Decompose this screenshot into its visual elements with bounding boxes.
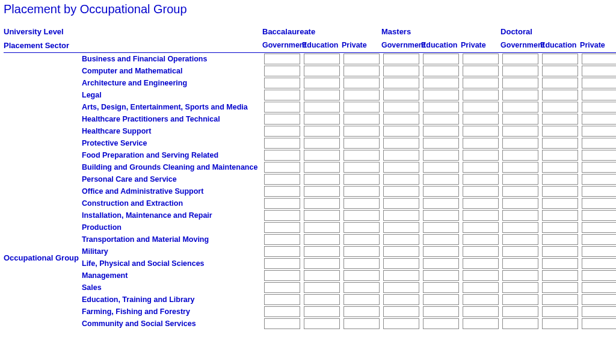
placement-input[interactable] [423,282,459,293]
placement-input[interactable] [502,174,538,185]
placement-input[interactable] [264,66,300,76]
placement-input[interactable] [502,90,538,100]
placement-input[interactable] [383,54,419,64]
placement-input[interactable] [502,162,538,173]
placement-input[interactable] [542,150,578,161]
placement-input[interactable] [423,270,459,281]
placement-input[interactable] [423,138,459,149]
placement-input[interactable] [582,66,616,76]
placement-input[interactable] [304,294,340,305]
placement-input[interactable] [423,66,459,76]
placement-input[interactable] [383,186,419,197]
placement-input[interactable] [502,150,538,161]
placement-input[interactable] [463,210,499,221]
placement-input[interactable] [383,174,419,185]
placement-input[interactable] [383,234,419,245]
placement-input[interactable] [542,210,578,221]
placement-input[interactable] [582,282,616,293]
placement-input[interactable] [264,54,300,64]
placement-input[interactable] [264,270,300,281]
placement-input[interactable] [423,210,459,221]
placement-input[interactable] [463,270,499,281]
placement-input[interactable] [383,294,419,305]
placement-input[interactable] [423,102,459,113]
placement-input[interactable] [304,162,340,173]
placement-input[interactable] [264,294,300,305]
placement-input[interactable] [343,186,380,197]
placement-input[interactable] [502,54,538,64]
placement-input[interactable] [343,270,380,281]
placement-input[interactable] [264,234,300,245]
placement-input[interactable] [343,162,380,173]
placement-input[interactable] [423,186,459,197]
placement-input[interactable] [582,270,616,281]
placement-input[interactable] [542,270,578,281]
placement-input[interactable] [463,258,499,269]
placement-input[interactable] [264,186,300,197]
placement-input[interactable] [542,234,578,245]
placement-input[interactable] [423,114,459,125]
placement-input[interactable] [264,150,300,161]
placement-input[interactable] [304,174,340,185]
placement-input[interactable] [463,78,499,88]
placement-input[interactable] [304,114,340,125]
placement-input[interactable] [582,138,616,149]
placement-input[interactable] [343,90,380,100]
placement-input[interactable] [423,318,459,329]
placement-input[interactable] [463,174,499,185]
placement-input[interactable] [383,90,419,100]
placement-input[interactable] [383,78,419,88]
placement-input[interactable] [463,66,499,76]
placement-input[interactable] [502,246,538,257]
placement-input[interactable] [502,234,538,245]
placement-input[interactable] [423,90,459,100]
placement-input[interactable] [343,222,380,233]
placement-input[interactable] [383,66,419,76]
placement-input[interactable] [423,258,459,269]
placement-input[interactable] [343,78,380,88]
placement-input[interactable] [383,150,419,161]
placement-input[interactable] [383,318,419,329]
placement-input[interactable] [582,306,616,317]
placement-input[interactable] [383,162,419,173]
placement-input[interactable] [264,174,300,185]
placement-input[interactable] [502,78,538,88]
placement-input[interactable] [463,150,499,161]
placement-input[interactable] [304,78,340,88]
placement-input[interactable] [542,282,578,293]
placement-input[interactable] [463,198,499,209]
placement-input[interactable] [383,282,419,293]
placement-input[interactable] [343,66,380,76]
placement-input[interactable] [542,258,578,269]
placement-input[interactable] [502,306,538,317]
placement-input[interactable] [582,222,616,233]
placement-input[interactable] [343,318,380,329]
placement-input[interactable] [542,78,578,88]
placement-input[interactable] [582,186,616,197]
placement-input[interactable] [304,270,340,281]
placement-input[interactable] [542,138,578,149]
placement-input[interactable] [304,54,340,64]
placement-input[interactable] [304,138,340,149]
placement-input[interactable] [502,198,538,209]
placement-input[interactable] [264,318,300,329]
placement-input[interactable] [264,162,300,173]
placement-input[interactable] [502,270,538,281]
placement-input[interactable] [502,294,538,305]
placement-input[interactable] [542,126,578,137]
placement-input[interactable] [304,126,340,137]
placement-input[interactable] [582,54,616,64]
placement-input[interactable] [383,258,419,269]
placement-input[interactable] [304,258,340,269]
placement-input[interactable] [542,174,578,185]
placement-input[interactable] [304,66,340,76]
placement-input[interactable] [542,318,578,329]
placement-input[interactable] [502,66,538,76]
placement-input[interactable] [542,102,578,113]
placement-input[interactable] [582,174,616,185]
placement-input[interactable] [264,198,300,209]
placement-input[interactable] [423,150,459,161]
placement-input[interactable] [383,222,419,233]
placement-input[interactable] [502,222,538,233]
placement-input[interactable] [264,210,300,221]
